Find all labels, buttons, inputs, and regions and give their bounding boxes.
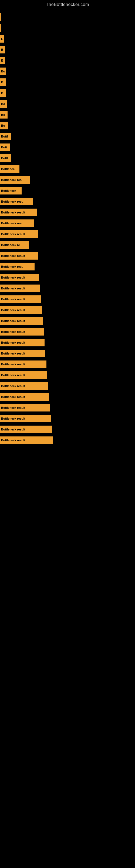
bar-8: B — [0, 89, 6, 97]
bar-label-23: Bottleneck result — [1, 254, 25, 257]
bar-25: Bottleneck result — [0, 274, 39, 281]
bar-1 — [0, 13, 1, 21]
bar-row: Bottleneck result — [0, 381, 135, 391]
bar-label-12: Bottl — [1, 135, 8, 138]
bar-label-19: Bottleneck result — [1, 211, 25, 214]
bar-label-28: Bottleneck result — [1, 308, 25, 312]
bar-row: Bottl — [0, 153, 135, 163]
bar-13: Bott — [0, 144, 10, 151]
bar-16: Bottleneck res — [0, 176, 30, 184]
bar-2 — [0, 24, 1, 32]
bar-label-32: Bottleneck result — [1, 352, 25, 355]
bar-18: Bottleneck resu — [0, 198, 33, 205]
bar-label-24: Bottleneck resu — [1, 265, 24, 268]
bar-label-16: Bottleneck res — [1, 178, 21, 182]
bar-5: E — [0, 57, 5, 64]
bar-12: Bottl — [0, 133, 11, 140]
bar-label-3: E — [1, 37, 3, 40]
bar-22: Bottleneck re — [0, 241, 29, 249]
bar-11: Bo — [0, 122, 8, 129]
bar-row: Bottlenec — [0, 164, 135, 174]
bar-40: Bottleneck result — [0, 436, 53, 444]
bar-35: Bottleneck result — [0, 382, 48, 390]
bar-row: Bott — [0, 142, 135, 152]
bar-10: Bo — [0, 111, 8, 119]
bar-9: Bo — [0, 100, 7, 108]
bar-label-26: Bottleneck result — [1, 287, 25, 290]
bar-row: Bottleneck res — [0, 175, 135, 185]
bar-label-38: Bottleneck result — [1, 417, 25, 420]
bar-row: Bo — [0, 120, 135, 131]
bar-34: Bottleneck result — [0, 371, 47, 379]
bar-21: Bottleneck result — [0, 230, 38, 238]
bar-label-10: Bo — [1, 113, 5, 116]
bar-row: E — [0, 34, 135, 44]
bar-label-30: Bottleneck result — [1, 330, 25, 333]
bar-row: Bottleneck result — [0, 207, 135, 218]
bar-label-20: Bottleneck resu — [1, 222, 24, 225]
bar-row: Bottleneck result — [0, 348, 135, 359]
bar-label-33: Bottleneck result — [1, 363, 25, 366]
bar-row: Bottleneck result — [0, 283, 135, 293]
bar-label-35: Bottleneck result — [1, 384, 25, 388]
bar-label-11: Bo — [1, 124, 5, 127]
bar-label-4: B — [1, 48, 3, 51]
bar-label-37: Bottleneck result — [1, 406, 25, 409]
bar-20: Bottleneck resu — [0, 219, 34, 227]
bar-row: Bottleneck — [0, 186, 135, 196]
bar-label-18: Bottleneck resu — [1, 200, 24, 203]
bar-row: Bottleneck result — [0, 272, 135, 283]
bar-row: Bottleneck result — [0, 229, 135, 239]
bar-row: Bottleneck result — [0, 305, 135, 315]
bar-row: Bottleneck result — [0, 316, 135, 326]
bar-39: Bottleneck result — [0, 426, 52, 433]
bar-row: Bottleneck result — [0, 370, 135, 380]
bar-row: B — [0, 88, 135, 98]
bar-17: Bottleneck — [0, 187, 21, 194]
bar-15: Bottlenec — [0, 165, 19, 173]
bar-label-40: Bottleneck result — [1, 439, 25, 442]
bar-row: Bottleneck result — [0, 294, 135, 304]
bar-label-6: Bo — [1, 70, 5, 73]
bar-label-25: Bottleneck result — [1, 276, 25, 279]
bar-label-22: Bottleneck re — [1, 243, 20, 247]
bar-row: Bo — [0, 66, 135, 76]
bar-27: Bottleneck result — [0, 296, 41, 303]
bar-38: Bottleneck result — [0, 415, 51, 422]
bar-row — [0, 23, 135, 33]
bar-label-13: Bott — [1, 146, 7, 149]
bar-30: Bottleneck result — [0, 328, 44, 336]
bar-37: Bottleneck result — [0, 404, 50, 411]
bar-row: Bottleneck result — [0, 251, 135, 261]
bar-row: Bo — [0, 99, 135, 109]
bar-19: Bottleneck result — [0, 209, 37, 216]
bar-row: B — [0, 77, 135, 87]
bar-label-36: Bottleneck result — [1, 395, 25, 399]
bar-label-39: Bottleneck result — [1, 428, 25, 431]
bar-label-5: E — [1, 59, 3, 62]
bar-31: Bottleneck result — [0, 339, 45, 346]
bar-label-7: B — [1, 81, 3, 84]
bar-14: Bottl — [0, 154, 11, 162]
bar-row: Bottleneck result — [0, 392, 135, 402]
bar-row: Bottleneck result — [0, 327, 135, 337]
bar-36: Bottleneck result — [0, 393, 49, 401]
bar-26: Bottleneck result — [0, 284, 40, 292]
bar-row: Bottleneck result — [0, 424, 135, 435]
bar-row: Bottleneck result — [0, 403, 135, 413]
bar-row: Bottleneck resu — [0, 196, 135, 207]
bar-24: Bottleneck resu — [0, 263, 35, 271]
bar-row: Bottleneck result — [0, 359, 135, 369]
bar-row: Bo — [0, 110, 135, 120]
bar-row: Bottleneck result — [0, 413, 135, 424]
bar-row: Bottleneck result — [0, 337, 135, 348]
bar-row: B — [0, 44, 135, 55]
bar-row: Bottl — [0, 131, 135, 142]
site-title-container: TheBottlenecker.com — [0, 0, 135, 9]
bar-row: Bottleneck resu — [0, 218, 135, 228]
bar-23: Bottleneck result — [0, 252, 38, 259]
bar-label-17: Bottleneck — [1, 189, 16, 192]
bar-7: B — [0, 79, 6, 86]
bar-label-15: Bottlenec — [1, 167, 14, 170]
bar-row: Bottleneck result — [0, 435, 135, 445]
